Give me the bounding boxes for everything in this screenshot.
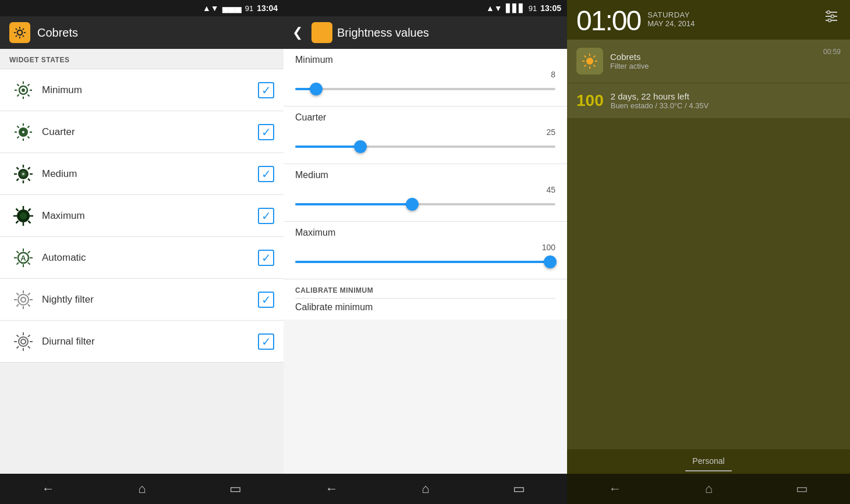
brightness-title: Brightness values: [337, 26, 429, 40]
svg-line-30: [17, 136, 19, 138]
maximum-checkbox[interactable]: ✓: [258, 208, 274, 224]
panel3-tab-bar: Personal: [567, 449, 850, 474]
minimum-value: 8: [551, 70, 555, 79]
svg-line-58: [17, 251, 19, 253]
status-bar-panel1: ▲▼ ▅▅▅ 91 13:04: [0, 0, 284, 16]
list-item-nightly-filter[interactable]: Nightly filter ✓: [0, 279, 284, 321]
nightly-filter-icon: [9, 286, 37, 314]
list-item-medium[interactable]: Medium ✓: [0, 153, 284, 195]
svg-line-48: [16, 208, 19, 211]
clock-time: 01:00: [576, 7, 640, 35]
panel-brightness-values: ▲▼ ▋▋▋ 91 13:05 ❮ Brightness values Mi: [284, 0, 567, 504]
battery-title: 2 days, 22 hours left: [611, 91, 841, 101]
svg-line-81: [17, 346, 19, 349]
cuarter-value: 25: [546, 127, 555, 137]
svg-point-72: [19, 337, 28, 346]
svg-line-9: [16, 36, 17, 37]
cuarter-checkbox[interactable]: ✓: [258, 124, 274, 140]
svg-line-16: [17, 84, 19, 86]
cuarter-label-p2: Cuarter: [295, 112, 555, 123]
cuarter-icon: [9, 118, 37, 146]
svg-line-104: [594, 56, 596, 58]
diurnal-filter-checkbox[interactable]: ✓: [258, 333, 274, 350]
list-item-cuarter[interactable]: Cuarter ✓: [0, 111, 284, 153]
svg-line-17: [28, 94, 30, 96]
calibrate-divider: [295, 298, 555, 299]
svg-line-6: [16, 29, 17, 30]
battery-detail: Buen estado / 33.0°C / 4.35V: [611, 101, 841, 110]
medium-slider[interactable]: [295, 196, 555, 213]
battery-indicator: 91: [245, 4, 253, 13]
time-display: 01:00 SATURDAY MAY 24, 2014: [576, 7, 695, 35]
svg-point-1: [18, 31, 22, 34]
signal-icon-p2: ▋▋▋: [506, 3, 525, 13]
list-item-diurnal-filter[interactable]: Diurnal filter ✓: [0, 321, 284, 363]
svg-line-51: [16, 221, 19, 223]
svg-line-41: [17, 179, 19, 181]
svg-point-95: [831, 15, 834, 18]
calibrate-section: CALIBRATE MINIMUM Calibrate minimum: [284, 279, 567, 320]
medium-checkbox[interactable]: ✓: [258, 166, 274, 182]
back-arrow-button[interactable]: ❮: [284, 16, 311, 49]
svg-line-27: [17, 126, 19, 127]
panel3-spacer: [567, 119, 850, 449]
svg-line-60: [28, 251, 30, 253]
minimum-checkbox[interactable]: ✓: [258, 82, 274, 98]
recent-button-p1[interactable]: ▭: [218, 477, 253, 501]
svg-line-19: [17, 94, 19, 96]
battery-card[interactable]: 100 2 days, 22 hours left Buen estado / …: [567, 83, 850, 119]
slider-minimum: Minimum 8: [284, 49, 567, 107]
back-button-p2[interactable]: ←: [314, 477, 350, 501]
back-button-p3[interactable]: ←: [597, 477, 633, 501]
cobrets-notif-title: Cobrets: [610, 52, 816, 62]
svg-point-11: [22, 88, 25, 92]
cobrets-notif-time: 00:59: [823, 48, 841, 56]
svg-line-70: [28, 293, 30, 295]
cobrets-notification[interactable]: Cobrets Filter active 00:59: [567, 40, 850, 83]
settings-icon-button[interactable]: [822, 7, 841, 29]
svg-line-89: [325, 29, 326, 30]
cuarter-slider[interactable]: [295, 138, 555, 155]
cobrets-notif-icon: [576, 48, 603, 74]
svg-line-59: [28, 262, 30, 265]
automatic-checkbox[interactable]: ✓: [258, 250, 274, 266]
nav-bar-panel3: ← ⌂ ▭: [567, 474, 850, 504]
list-item-automatic[interactable]: A Automatic ✓: [0, 237, 284, 279]
list-item-maximum[interactable]: Maximum ✓: [0, 195, 284, 237]
nav-bar-panel1: ← ⌂ ▭: [0, 474, 284, 504]
home-button-p1[interactable]: ⌂: [126, 477, 157, 501]
svg-line-61: [17, 262, 19, 265]
nightly-filter-label: Nightly filter: [37, 294, 258, 306]
back-button-p1[interactable]: ←: [30, 477, 66, 501]
home-button-p3[interactable]: ⌂: [693, 477, 724, 501]
svg-line-38: [17, 167, 19, 169]
svg-point-82: [319, 30, 325, 36]
svg-point-97: [586, 58, 593, 65]
svg-line-39: [28, 179, 30, 181]
svg-line-50: [29, 208, 31, 211]
svg-line-103: [594, 65, 596, 67]
list-item-minimum[interactable]: Minimum ✓: [0, 69, 284, 111]
medium-icon: [9, 160, 37, 188]
recent-button-p2[interactable]: ▭: [501, 477, 537, 501]
minimum-icon: [9, 76, 37, 104]
recent-button-p3[interactable]: ▭: [784, 477, 820, 501]
app-bar-panel2: ❮ Brightness values: [284, 16, 567, 49]
home-button-p2[interactable]: ⌂: [410, 477, 441, 501]
personal-tab[interactable]: Personal: [681, 454, 736, 468]
status-time: 13:04: [257, 3, 278, 13]
calibrate-header: CALIBRATE MINIMUM: [295, 286, 555, 294]
maximum-slider[interactable]: [295, 253, 555, 271]
svg-point-94: [827, 11, 830, 14]
svg-point-33: [22, 173, 24, 175]
minimum-slider[interactable]: [295, 80, 555, 98]
nightly-filter-checkbox[interactable]: ✓: [258, 292, 274, 308]
svg-text:A: A: [20, 254, 26, 262]
minimum-label-p2: Minimum: [295, 55, 555, 65]
svg-line-8: [23, 29, 24, 30]
maximum-label-p2: Maximum: [295, 228, 555, 238]
svg-line-88: [325, 36, 326, 37]
svg-line-7: [23, 36, 24, 37]
diurnal-filter-label: Diurnal filter: [37, 336, 258, 347]
maximum-value: 100: [542, 243, 555, 252]
